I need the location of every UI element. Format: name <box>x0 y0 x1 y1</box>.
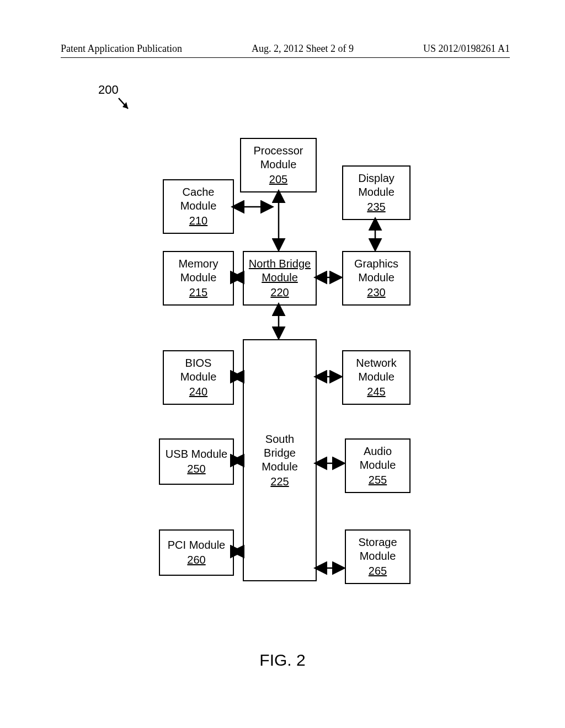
header-right: US 2012/0198261 A1 <box>423 43 510 55</box>
connectors-layer <box>0 132 565 629</box>
page-header: Patent Application Publication Aug. 2, 2… <box>0 43 565 55</box>
figure-caption: FIG. 2 <box>0 651 565 670</box>
reference-arrow-icon <box>117 97 134 113</box>
header-rule <box>61 57 510 58</box>
header-left: Patent Application Publication <box>61 43 182 55</box>
header-center: Aug. 2, 2012 Sheet 2 of 9 <box>252 43 354 55</box>
block-diagram: ProcessorModule 205 CacheModule 210 Disp… <box>0 132 565 629</box>
reference-numeral: 200 <box>98 83 119 97</box>
